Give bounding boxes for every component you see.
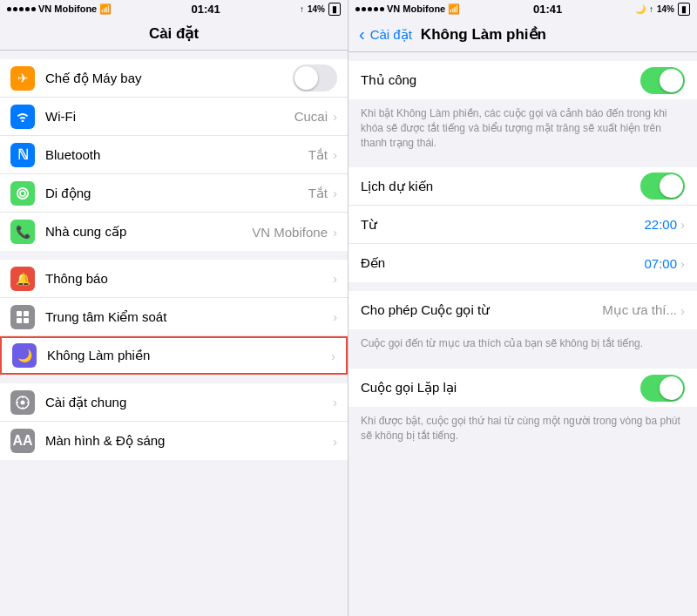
dot5: [31, 7, 36, 11]
general-item[interactable]: Cài đặt chung ›: [0, 383, 348, 422]
dnd-icon: 🌙: [12, 343, 37, 368]
svg-rect-2: [17, 311, 22, 316]
manual-toggle[interactable]: [640, 67, 685, 94]
bluetooth-value: Tắt: [308, 147, 328, 163]
schedule-section: Lịch dự kiến Từ 22:00 › Đến 07:00 ›: [348, 167, 697, 282]
allow-calls-chevron: ›: [680, 303, 685, 318]
manual-description: Khi bật Không Làm phiền, các cuộc gọi và…: [348, 99, 697, 159]
bluetooth-icon: ℕ: [10, 143, 35, 167]
right-time: 01:41: [533, 3, 562, 16]
cellular-value: Tắt: [308, 186, 328, 201]
right-header: ‹ Cài đặt Không Làm phiền: [348, 17, 697, 52]
r-dot2: [362, 7, 366, 11]
from-value: 22:00: [644, 217, 677, 232]
repeat-knob: [660, 376, 683, 400]
settings-group-2: 🔔 Thông báo › Trung tâm Kiểm soát › 🌙 Kh…: [0, 260, 348, 375]
bluetooth-label: Bluetooth: [45, 147, 308, 162]
to-value: 07:00: [644, 256, 677, 271]
right-panel: VN Mobifone 📶 01:41 🌙 ↑ 14% ▮ ‹ Cài đặt …: [348, 0, 697, 616]
right-moon-icon: 🌙: [635, 4, 646, 14]
carrier-label: Nhà cung cấp: [45, 224, 252, 240]
repeat-label: Cuộc gọi Lặp lại: [361, 380, 457, 396]
airplane-toggle[interactable]: [293, 64, 337, 91]
airplane-item[interactable]: ✈ Chế độ Máy bay: [0, 59, 348, 98]
airplane-label: Chế độ Máy bay: [45, 71, 293, 86]
r-dot1: [355, 7, 360, 11]
schedule-knob: [660, 174, 683, 198]
bluetooth-item[interactable]: ℕ Bluetooth Tắt ›: [0, 136, 348, 174]
svg-rect-4: [17, 318, 22, 323]
left-header: Cài đặt: [0, 17, 348, 51]
cellular-icon: [10, 181, 35, 206]
allow-calls-label: Cho phép Cuộc gọi từ: [361, 302, 490, 318]
to-value-wrap: 07:00 ›: [644, 256, 685, 271]
right-status-bar: VN Mobifone 📶 01:41 🌙 ↑ 14% ▮: [348, 0, 697, 17]
general-chevron: ›: [333, 395, 337, 410]
notification-item[interactable]: 🔔 Thông báo ›: [0, 260, 348, 298]
schedule-label: Lịch dự kiến: [361, 179, 433, 194]
left-status-bar: VN Mobifone 📶 01:41 ↑ 14% ▮: [0, 0, 348, 17]
allow-calls-value: Mục ưa thí...: [602, 302, 677, 318]
left-status-left: VN Mobifone 📶: [7, 3, 112, 15]
right-battery: 14%: [657, 4, 674, 14]
manual-knob: [660, 69, 683, 92]
left-title: Cài đặt: [149, 25, 199, 42]
cellular-item[interactable]: Di động Tắt ›: [0, 174, 348, 213]
schedule-toggle[interactable]: [640, 173, 685, 200]
right-carrier: VN Mobifone: [387, 3, 445, 14]
back-label[interactable]: Cài đặt: [370, 27, 412, 43]
wifi-icon: 📶: [99, 3, 112, 15]
r-dot5: [380, 7, 384, 11]
left-time: 01:41: [191, 3, 220, 16]
carrier-item[interactable]: 📞 Nhà cung cấp VN Mobifone ›: [0, 213, 348, 251]
svg-rect-5: [24, 318, 29, 323]
wifi-icon-wrap: [10, 105, 35, 129]
to-chevron: ›: [680, 256, 685, 271]
cellular-label: Di động: [45, 186, 308, 201]
to-row[interactable]: Đến 07:00 ›: [348, 244, 697, 282]
display-chevron: ›: [333, 434, 337, 449]
from-row[interactable]: Từ 22:00 ›: [348, 206, 697, 244]
notification-label: Thông báo: [45, 271, 333, 286]
cellular-chevron: ›: [333, 186, 337, 200]
to-label: Đến: [361, 255, 385, 271]
airplane-knob: [294, 66, 318, 90]
schedule-row[interactable]: Lịch dự kiến: [348, 167, 697, 206]
display-item[interactable]: AA Màn hình & Độ sáng ›: [0, 422, 348, 460]
right-signal-dots: [355, 7, 384, 11]
control-chevron: ›: [333, 309, 337, 324]
right-location-icon: ↑: [649, 4, 653, 14]
dnd-item[interactable]: 🌙 Không Làm phiền ›: [0, 336, 348, 375]
control-item[interactable]: Trung tâm Kiểm soát ›: [0, 298, 348, 336]
svg-point-0: [17, 188, 28, 199]
back-chevron-icon[interactable]: ‹: [359, 24, 365, 44]
location-icon: ↑: [300, 4, 304, 14]
r-dot4: [374, 7, 378, 11]
left-status-right: ↑ 14% ▮: [300, 3, 341, 16]
manual-row[interactable]: Thủ công: [348, 61, 697, 99]
repeat-section: Cuộc gọi Lặp lại: [348, 369, 697, 407]
allow-calls-row[interactable]: Cho phép Cuộc gọi từ Mục ưa thí... ›: [348, 291, 697, 329]
carrier-icon: 📞: [10, 220, 35, 244]
wifi-value: Cucai: [294, 109, 328, 124]
wifi-item[interactable]: Wi-Fi Cucai ›: [0, 98, 348, 136]
allow-calls-value-wrap: Mục ưa thí... ›: [602, 302, 685, 318]
left-carrier: VN Mobifone: [38, 3, 97, 14]
right-title: Không Làm phiền: [421, 25, 546, 44]
repeat-toggle[interactable]: [640, 375, 685, 402]
general-icon: [10, 390, 35, 415]
dot1: [7, 7, 11, 11]
dot2: [13, 7, 17, 11]
allow-section: Cho phép Cuộc gọi từ Mục ưa thí... ›: [348, 291, 697, 329]
settings-group-3: Cài đặt chung › AA Màn hình & Độ sáng ›: [0, 383, 348, 460]
right-wifi-icon: 📶: [448, 3, 460, 15]
allow-description: Cuộc gọi đến từ mục ưa thích của bạn sẽ …: [348, 329, 697, 360]
from-chevron: ›: [680, 217, 685, 232]
left-battery: 14%: [308, 4, 325, 14]
svg-point-7: [21, 400, 25, 404]
wifi-label: Wi-Fi: [45, 109, 294, 124]
display-icon: AA: [10, 429, 35, 453]
repeat-row[interactable]: Cuộc gọi Lặp lại: [348, 369, 697, 407]
svg-point-1: [20, 191, 25, 196]
control-icon: [10, 305, 35, 329]
